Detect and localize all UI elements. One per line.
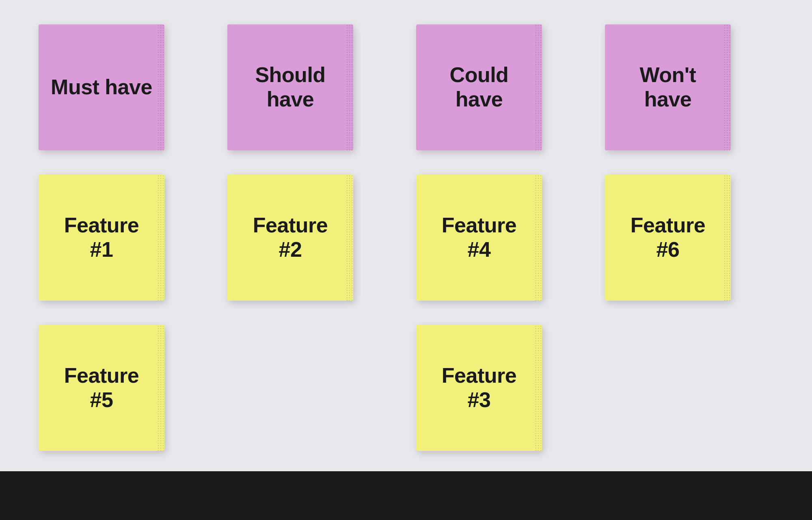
- header-must-have-label: Must have: [51, 75, 152, 100]
- feature-5-note[interactable]: Feature #5: [39, 325, 164, 451]
- feature-6-label: Feature #6: [617, 213, 719, 262]
- header-wont-have-label: Won't have: [617, 63, 719, 112]
- header-must-have[interactable]: Must have: [39, 24, 164, 150]
- board: Must have Feature #1 Feature #5 Should h…: [0, 0, 812, 520]
- header-should-have-label: Should have: [240, 63, 341, 112]
- feature-2-label: Feature #2: [240, 213, 341, 262]
- header-should-have[interactable]: Should have: [227, 24, 353, 150]
- feature-3-note[interactable]: Feature #3: [416, 325, 542, 451]
- feature-4-note[interactable]: Feature #4: [416, 175, 542, 301]
- feature-6-note[interactable]: Feature #6: [605, 175, 731, 301]
- column-must-have: Must have Feature #1 Feature #5: [28, 24, 217, 451]
- feature-1-label: Feature #1: [51, 213, 152, 262]
- header-could-have-label: Could have: [428, 63, 530, 112]
- feature-3-label: Feature #3: [428, 364, 530, 412]
- header-could-have[interactable]: Could have: [416, 24, 542, 150]
- column-could-have: Could have Feature #4 Feature #3: [406, 24, 595, 451]
- feature-1-note[interactable]: Feature #1: [39, 175, 164, 301]
- feature-5-label: Feature #5: [51, 364, 152, 412]
- column-wont-have: Won't have Feature #6: [595, 24, 784, 451]
- feature-4-label: Feature #4: [428, 213, 530, 262]
- feature-2-note[interactable]: Feature #2: [227, 175, 353, 301]
- header-wont-have[interactable]: Won't have: [605, 24, 731, 150]
- column-should-have: Should have Feature #2: [217, 24, 406, 451]
- columns-container: Must have Feature #1 Feature #5 Should h…: [0, 0, 812, 451]
- bottom-bar: [0, 471, 812, 520]
